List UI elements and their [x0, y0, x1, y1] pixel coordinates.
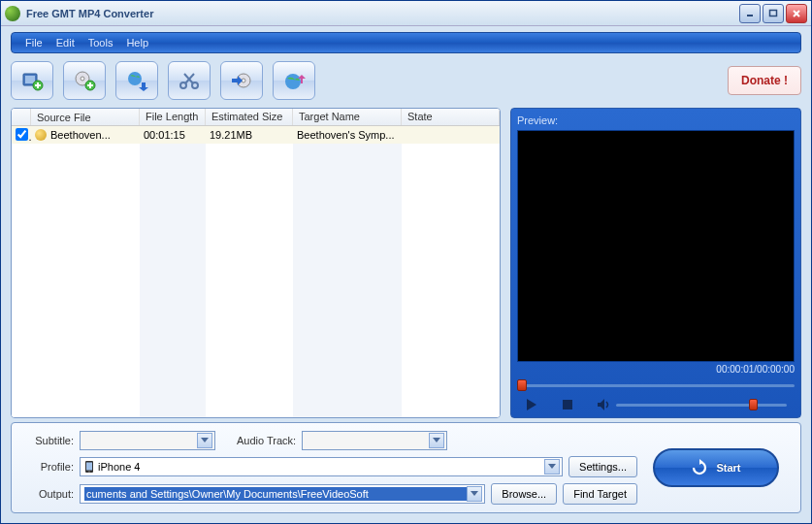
close-button[interactable] — [786, 4, 807, 23]
volume-icon[interactable] — [597, 398, 610, 411]
file-list-header: Source File File Length Estimated Size T… — [12, 109, 500, 126]
row-size: 19.21MB — [206, 129, 293, 141]
trim-button[interactable] — [168, 61, 211, 100]
table-row[interactable]: Beethoven... 00:01:15 19.21MB Beethoven'… — [12, 126, 500, 144]
download-button[interactable] — [115, 61, 158, 100]
preview-label: Preview: — [517, 115, 795, 126]
chevron-down-icon[interactable] — [467, 486, 482, 502]
row-length: 00:01:15 — [140, 129, 206, 141]
svg-rect-5 — [25, 76, 35, 83]
menu-edit[interactable]: Edit — [50, 35, 81, 50]
maximize-button[interactable] — [763, 4, 784, 23]
play-button[interactable] — [525, 398, 538, 411]
profile-value: iPhone 4 — [98, 461, 544, 473]
profile-combo[interactable]: iPhone 4 — [80, 457, 563, 476]
file-list-body[interactable]: Beethoven... 00:01:15 19.21MB Beethoven'… — [12, 126, 500, 417]
column-source[interactable]: Source File — [31, 109, 140, 125]
app-title: Free GMT MP4 Converter — [26, 8, 739, 19]
menu-help[interactable]: Help — [120, 35, 154, 50]
find-target-button[interactable]: Find Target — [563, 483, 637, 505]
svg-rect-28 — [86, 463, 92, 471]
svg-point-14 — [128, 72, 142, 85]
add-dvd-button[interactable] — [63, 61, 106, 100]
settings-button[interactable]: Settings... — [568, 456, 637, 477]
add-video-button[interactable] — [11, 61, 53, 100]
svg-point-10 — [81, 77, 84, 81]
row-checkbox[interactable] — [16, 128, 28, 141]
reload-icon — [691, 459, 708, 476]
burn-button[interactable] — [220, 61, 263, 100]
column-length[interactable]: File Length — [140, 109, 206, 125]
profile-label: Profile: — [23, 461, 74, 473]
settings-panel: Subtitle: Audio Track: Profile: — [11, 422, 801, 513]
output-combo[interactable]: cuments and Settings\Owner\My Documents\… — [80, 484, 485, 504]
app-icon — [5, 6, 20, 21]
svg-marker-22 — [527, 399, 536, 410]
audio-combo[interactable] — [302, 431, 447, 450]
audio-label: Audio Track: — [237, 435, 296, 446]
preview-screen[interactable] — [517, 130, 795, 362]
titlebar: Free GMT MP4 Converter — [1, 1, 811, 26]
preview-panel: Preview: 00:00:01/00:00:00 — [510, 108, 801, 418]
file-list-panel: Source File File Length Estimated Size T… — [11, 108, 501, 418]
svg-marker-30 — [548, 464, 556, 469]
chevron-down-icon[interactable] — [429, 433, 444, 448]
seek-slider[interactable] — [517, 378, 795, 392]
donate-button[interactable]: Donate ! — [728, 66, 801, 95]
svg-rect-23 — [563, 400, 572, 409]
phone-icon — [84, 460, 94, 474]
column-state[interactable]: State — [402, 109, 500, 125]
svg-marker-31 — [471, 491, 478, 496]
subtitle-label: Subtitle: — [23, 435, 74, 446]
app-window: Free GMT MP4 Converter File Edit Tools H… — [0, 0, 812, 524]
column-size[interactable]: Estimated Size — [206, 109, 293, 125]
chevron-down-icon[interactable] — [197, 433, 212, 448]
row-source: Beethoven... — [50, 129, 111, 141]
svg-point-21 — [285, 74, 301, 89]
stop-button[interactable] — [562, 399, 573, 410]
menu-tools[interactable]: Tools — [82, 35, 119, 50]
row-target: Beethoven's Symp... — [293, 129, 402, 141]
browse-button[interactable]: Browse... — [491, 483, 557, 505]
volume-slider[interactable] — [616, 399, 787, 410]
preview-time: 00:00:01/00:00:00 — [517, 362, 795, 377]
toolbar: Donate ! — [11, 57, 801, 104]
chevron-down-icon[interactable] — [544, 459, 560, 475]
subtitle-combo[interactable] — [80, 431, 215, 450]
menu-file[interactable]: File — [19, 35, 49, 50]
svg-marker-26 — [433, 438, 440, 442]
disc-icon — [35, 129, 47, 141]
svg-point-29 — [88, 471, 90, 473]
upload-button[interactable] — [273, 61, 315, 100]
column-target[interactable]: Target Name — [293, 109, 402, 125]
svg-marker-24 — [598, 399, 604, 410]
output-value: cuments and Settings\Owner\My Documents\… — [84, 487, 467, 501]
minimize-button[interactable] — [739, 4, 761, 23]
start-button[interactable]: Start — [653, 448, 779, 487]
svg-marker-25 — [201, 438, 209, 442]
svg-rect-1 — [770, 10, 777, 16]
menubar: File Edit Tools Help — [11, 32, 801, 53]
output-label: Output: — [23, 488, 74, 500]
